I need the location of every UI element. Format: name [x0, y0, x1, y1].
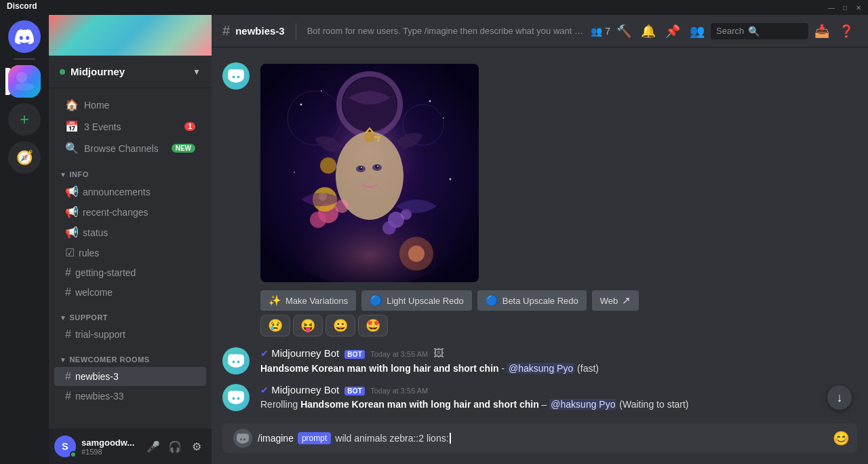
hammer-icon[interactable]: 🔨: [613, 20, 635, 42]
message-row-2: ✔ Midjourney Bot BOT Today at 3:55 AM 🖼 …: [212, 345, 868, 379]
midjourney-server-icon[interactable]: [8, 65, 41, 98]
microphone-icon[interactable]: 🎤: [144, 437, 163, 456]
scroll-to-bottom-button[interactable]: ↓: [827, 385, 852, 410]
message-row-3: ✔ Midjourney Bot BOT Today at 3:55 AM Re…: [212, 381, 868, 414]
svg-point-35: [408, 246, 425, 262]
member-count-value: 7: [605, 26, 610, 37]
events-badge: 1: [184, 122, 195, 131]
channel-item-newbies-3[interactable]: # newbies-3 👤+: [54, 367, 206, 386]
channel-hash-icon: #: [222, 23, 230, 39]
command-tag: prompt: [298, 432, 331, 444]
action-buttons: ✨ Make Variations 🔵 Light Upscale Redo 🔵…: [260, 290, 857, 311]
server-banner: [49, 15, 212, 56]
discover-icon[interactable]: 🧭: [8, 141, 41, 174]
add-server-button[interactable]: +: [8, 103, 41, 136]
sidebar-item-browse-channels[interactable]: 🔍 Browse Channels NEW: [54, 138, 206, 159]
bell-icon[interactable]: 🔔: [637, 20, 659, 42]
reaction-grin[interactable]: 😀: [326, 315, 355, 336]
browse-new-badge: NEW: [172, 144, 195, 153]
command-prefix: /imagine: [258, 433, 294, 444]
support-section-label: SUPPORT: [69, 313, 108, 322]
emoji-button[interactable]: 😊: [830, 427, 852, 449]
help-icon[interactable]: ❓: [835, 20, 857, 42]
info-section-arrow[interactable]: ▼: [60, 171, 66, 178]
members-icon[interactable]: 👥: [686, 20, 708, 42]
announce-icon: 📢: [65, 185, 79, 198]
trial-support-label: trial-support: [75, 329, 195, 340]
home-icon: 🏠: [65, 98, 79, 111]
announcements-label: announcements: [83, 187, 195, 197]
user-area: S samgoodw... #1598 🎤 🎧 ⚙: [49, 429, 212, 464]
channel-item-newbies-33[interactable]: # newbies-33: [54, 387, 206, 406]
input-avatar: [233, 429, 252, 448]
light-upscale-redo-button[interactable]: 🔵 Light Upscale Redo: [361, 290, 471, 311]
message-input-wrapper[interactable]: /imagine prompt wild animals zebra::2 li…: [222, 423, 857, 453]
web-button[interactable]: Web ↗: [592, 290, 639, 311]
web-label: Web: [600, 296, 618, 306]
channel-item-rules[interactable]: ☑ rules: [54, 243, 206, 263]
message-row: ✨ Make Variations 🔵 Light Upscale Redo 🔵…: [212, 58, 868, 339]
channel-item-welcome[interactable]: # welcome: [54, 283, 206, 302]
mention-2[interactable]: @haksung Pyo: [507, 363, 574, 374]
channel-item-announcements[interactable]: 📢 announcements: [54, 182, 206, 201]
discord-home-icon[interactable]: [8, 20, 41, 53]
maximize-button[interactable]: □: [841, 3, 849, 12]
channel-item-recent-changes[interactable]: 📢 recent-changes: [54, 202, 206, 222]
avatar: S: [54, 436, 76, 457]
search-bar[interactable]: Search 🔍: [711, 23, 808, 39]
user-status-dot: [70, 451, 77, 458]
svg-point-12: [294, 172, 295, 173]
make-variations-button[interactable]: ✨ Make Variations: [260, 290, 356, 311]
sidebar-item-events[interactable]: 📅 3 Events 1: [54, 116, 206, 137]
username: samgoodw...: [81, 438, 138, 448]
mention-3[interactable]: @haksung Pyo: [549, 399, 616, 410]
message-content: ✨ Make Variations 🔵 Light Upscale Redo 🔵…: [260, 61, 857, 336]
message-text-2: Handsome Korean man with long hair and s…: [260, 362, 857, 376]
image-thumbnail-icon[interactable]: 🖼: [433, 347, 444, 360]
home-label: Home: [84, 100, 195, 111]
server-dropdown-icon: ▼: [193, 67, 201, 77]
close-button[interactable]: ✕: [854, 3, 863, 12]
server-header[interactable]: Midjourney ▼: [49, 56, 212, 88]
pin-icon[interactable]: 📌: [662, 20, 684, 42]
svg-point-11: [443, 117, 444, 119]
minimize-button[interactable]: —: [827, 3, 835, 12]
reaction-sad[interactable]: 😢: [260, 315, 290, 336]
browse-icon: 🔍: [65, 142, 79, 155]
newcomer-section-arrow[interactable]: ▼: [60, 356, 66, 364]
light-upscale-label: Light Upscale Redo: [387, 296, 463, 306]
svg-point-22: [377, 166, 378, 167]
bot-author-3: ✔ Midjourney Bot: [260, 384, 339, 395]
app-title: Discord: [7, 1, 37, 11]
messages-area[interactable]: ✨ Make Variations 🔵 Light Upscale Redo 🔵…: [212, 47, 868, 423]
svg-point-13: [450, 178, 452, 180]
svg-point-2: [15, 83, 34, 91]
bot-avatar: [222, 62, 250, 90]
channel-item-getting-started[interactable]: # getting-started: [54, 263, 206, 282]
down-arrow-icon: ↓: [837, 391, 843, 405]
bot-avatar-3: [222, 384, 250, 411]
message-text-3: Rerolling Handsome Korean man with long …: [260, 398, 857, 412]
text-cursor: [450, 433, 451, 444]
rules-icon: ☑: [65, 246, 75, 259]
reaction-tongue[interactable]: 😝: [293, 315, 323, 336]
trial-support-hash-icon: #: [65, 328, 71, 341]
inbox-icon[interactable]: 📥: [811, 20, 833, 42]
support-section-arrow[interactable]: ▼: [60, 314, 66, 322]
verified-icon-2: ✔: [260, 348, 269, 359]
channel-item-trial-support[interactable]: # trial-support: [54, 325, 206, 344]
generated-image[interactable]: [260, 64, 479, 282]
headphone-icon[interactable]: 🎧: [165, 437, 184, 456]
channel-sidebar: Midjourney ▼ 🏠 Home 📅 3 Events 1 🔍 Brows…: [49, 15, 212, 464]
timestamp-2: Today at 3:55 AM: [370, 350, 428, 358]
sidebar-item-home[interactable]: 🏠 Home: [54, 94, 206, 115]
settings-icon[interactable]: ⚙: [187, 437, 206, 456]
bot-tag-3: BOT: [344, 387, 365, 395]
reaction-star-eyes[interactable]: 🤩: [358, 315, 388, 336]
message-content-3: ✔ Midjourney Bot BOT Today at 3:55 AM Re…: [260, 384, 857, 412]
beta-upscale-redo-button[interactable]: 🔵 Beta Upscale Redo: [477, 290, 587, 311]
header-divider: [296, 23, 296, 39]
channel-item-status[interactable]: 📢 status: [54, 223, 206, 242]
reactions: 😢 😝 😀 🤩: [260, 315, 857, 336]
bot-tag-2: BOT: [344, 350, 365, 359]
